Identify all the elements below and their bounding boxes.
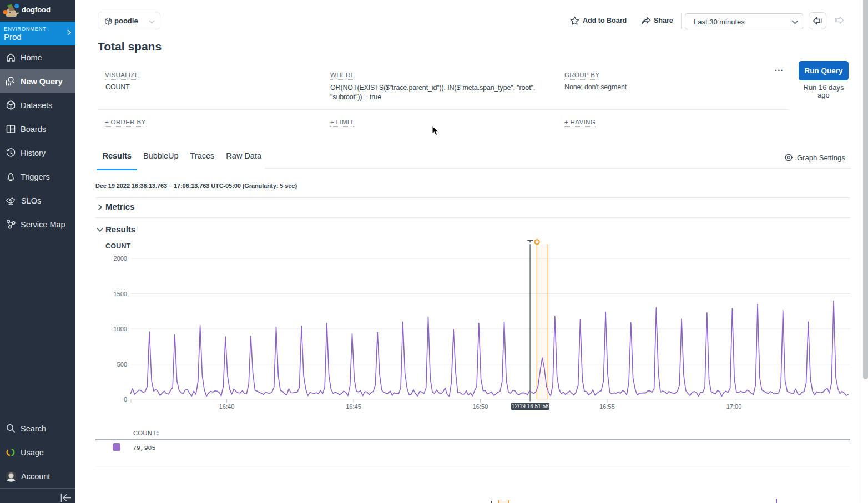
svg-text:12/19 16:51:58: 12/19 16:51:58 [512,403,549,409]
svg-text:16:55: 16:55 [599,403,615,410]
svg-text:16:45: 16:45 [346,403,361,410]
svg-text:16:50: 16:50 [473,403,488,410]
svg-text:500: 500 [117,361,127,368]
svg-text:16:40: 16:40 [219,403,235,410]
svg-text:2000: 2000 [114,255,127,262]
svg-text:1000: 1000 [114,326,127,332]
svg-text:1500: 1500 [114,291,127,297]
svg-text:17:00: 17:00 [726,403,742,410]
svg-text:0: 0 [124,396,127,403]
